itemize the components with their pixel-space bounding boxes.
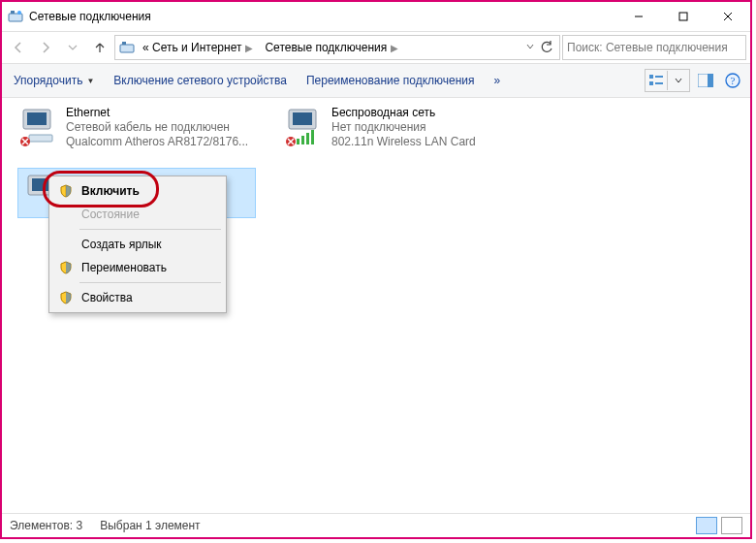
- ctx-create-shortcut-label: Создать ярлык: [81, 238, 217, 251]
- svg-rect-12: [655, 82, 663, 84]
- organize-button[interactable]: Упорядочить▼: [8, 71, 100, 90]
- svg-rect-25: [306, 133, 309, 144]
- connection-name: Ethernet: [66, 106, 248, 120]
- menu-separator: [79, 282, 221, 283]
- ctx-rename[interactable]: Переименовать: [52, 256, 223, 279]
- rename-connection-label: Переименование подключения: [306, 74, 475, 87]
- svg-rect-22: [293, 112, 312, 125]
- view-mode-dropdown[interactable]: [667, 71, 689, 90]
- view-details-button[interactable]: [696, 517, 717, 534]
- search-placeholder: Поиск: Сетевые подключения: [567, 41, 728, 54]
- svg-rect-26: [311, 130, 314, 144]
- ctx-state: Состояние: [52, 203, 223, 226]
- ctx-state-label: Состояние: [81, 208, 217, 221]
- breadcrumb-seg-2[interactable]: Сетевые подключения▶: [259, 37, 404, 58]
- svg-rect-0: [9, 14, 22, 21]
- shield-icon: [58, 260, 74, 275]
- toolbar-overflow[interactable]: »: [488, 71, 507, 90]
- location-icon: [119, 40, 135, 55]
- toolbar-overflow-label: »: [494, 74, 501, 87]
- connection-ethernet[interactable]: Ethernet Сетевой кабель не подключен Qua…: [17, 106, 250, 149]
- ctx-properties[interactable]: Свойства: [52, 286, 223, 309]
- view-mode-split[interactable]: [645, 69, 690, 92]
- chevron-right-icon: ▶: [245, 43, 253, 53]
- connection-status: Сетевой кабель не подключен: [66, 120, 248, 135]
- ethernet-adapter-icon: [17, 106, 60, 148]
- breadcrumb-seg-1[interactable]: « Сеть и Интернет▶: [137, 37, 259, 58]
- connection-device: Qualcomm Atheros AR8172/8176...: [66, 135, 248, 149]
- enable-device-button[interactable]: Включение сетевого устройства: [108, 71, 293, 90]
- breadcrumb-seg-1-label: « Сеть и Интернет: [142, 41, 241, 54]
- preview-pane-button[interactable]: [694, 70, 717, 91]
- svg-rect-9: [649, 75, 653, 79]
- svg-rect-19: [29, 135, 52, 142]
- chevron-right-icon: ▶: [391, 43, 398, 53]
- shield-icon: [58, 290, 74, 305]
- svg-rect-23: [297, 139, 299, 144]
- connection-status: Нет подключения: [331, 120, 476, 135]
- refresh-button[interactable]: [536, 36, 557, 59]
- search-input[interactable]: Поиск: Сетевые подключения: [562, 35, 746, 60]
- organize-label: Упорядочить: [14, 74, 82, 87]
- title-bar: Сетевые подключения: [2, 2, 750, 31]
- shield-icon: [58, 183, 74, 199]
- ctx-create-shortcut[interactable]: Создать ярлык: [52, 233, 223, 256]
- address-bar: « Сеть и Интернет▶ Сетевые подключения▶ …: [2, 31, 750, 64]
- svg-rect-8: [122, 42, 126, 45]
- ctx-enable[interactable]: Включить: [52, 179, 223, 203]
- svg-rect-1: [11, 11, 15, 14]
- up-button[interactable]: [87, 36, 112, 59]
- menu-separator: [79, 229, 221, 230]
- connection-device: 802.11n Wireless LAN Card: [331, 135, 476, 149]
- enable-device-label: Включение сетевого устройства: [113, 74, 287, 87]
- breadcrumb-seg-2-label: Сетевые подключения: [265, 41, 387, 54]
- view-mode-button[interactable]: [646, 71, 667, 90]
- svg-point-2: [17, 11, 21, 15]
- svg-text:?: ?: [731, 75, 736, 86]
- breadcrumb-dropdown[interactable]: [524, 41, 536, 55]
- svg-rect-7: [120, 45, 134, 52]
- svg-rect-18: [27, 112, 47, 125]
- back-button[interactable]: [6, 36, 31, 59]
- connection-wifi[interactable]: Беспроводная сеть Нет подключения 802.11…: [283, 106, 516, 149]
- svg-rect-11: [649, 81, 653, 85]
- breadcrumb[interactable]: « Сеть и Интернет▶ Сетевые подключения▶: [114, 35, 560, 60]
- rename-connection-button[interactable]: Переименование подключения: [300, 71, 481, 90]
- recent-dropdown[interactable]: [60, 36, 85, 59]
- window-title: Сетевые подключения: [29, 10, 151, 23]
- connection-name: Беспроводная сеть: [331, 106, 476, 120]
- ctx-properties-label: Свойства: [81, 291, 217, 304]
- command-bar: Упорядочить▼ Включение сетевого устройст…: [2, 64, 750, 98]
- wifi-adapter-icon: [283, 106, 326, 148]
- maximize-button[interactable]: [661, 2, 706, 31]
- connection-wifi-text: Беспроводная сеть Нет подключения 802.11…: [331, 106, 476, 149]
- close-button[interactable]: [706, 2, 750, 31]
- chevron-down-icon: ▼: [86, 77, 94, 85]
- status-selection: Выбран 1 элемент: [100, 519, 200, 532]
- svg-rect-24: [301, 136, 304, 144]
- svg-rect-14: [708, 74, 713, 87]
- forward-button[interactable]: [33, 36, 58, 59]
- content-area: Ethernet Сетевой кабель не подключен Qua…: [2, 98, 750, 517]
- context-menu: Включить Состояние Создать ярлык Переиме…: [48, 176, 227, 313]
- app-icon: [8, 9, 23, 24]
- ctx-rename-label: Переименовать: [81, 261, 217, 274]
- ctx-enable-label: Включить: [81, 184, 217, 198]
- help-button[interactable]: ?: [721, 70, 744, 91]
- minimize-button[interactable]: [616, 2, 661, 31]
- status-item-count: Элементов: 3: [10, 519, 82, 532]
- svg-rect-10: [655, 76, 663, 78]
- view-large-icons-button[interactable]: [721, 517, 742, 534]
- window-frame: Сетевые подключения « Сеть и Интернет▶ С…: [0, 0, 752, 539]
- connection-ethernet-text: Ethernet Сетевой кабель не подключен Qua…: [66, 106, 248, 149]
- status-bar: Элементов: 3 Выбран 1 элемент: [2, 513, 750, 537]
- svg-rect-4: [679, 13, 687, 20]
